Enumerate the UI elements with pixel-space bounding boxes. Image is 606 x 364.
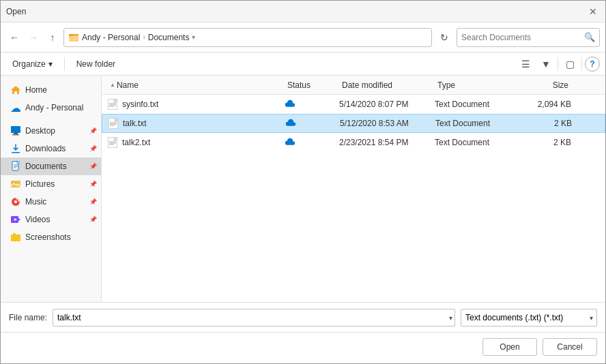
file-size-cell: 2 KB xyxy=(517,138,571,147)
pictures-icon xyxy=(10,179,21,189)
table-row[interactable]: talk2.txt 2/23/2021 8:54 PM Text Documen… xyxy=(102,133,605,152)
breadcrumb-chevron1: › xyxy=(143,33,145,41)
sidebar-item-screenshots[interactable]: Screenshots xyxy=(1,228,101,246)
new-folder-button[interactable]: New folder xyxy=(70,57,121,72)
file-status-cell xyxy=(285,137,339,148)
col-header-type[interactable]: Type xyxy=(435,76,517,94)
sidebar-item-pictures[interactable]: Pictures 📌 xyxy=(1,175,101,193)
file-name-cell: sysinfo.txt xyxy=(107,99,285,110)
sidebar-item-downloads[interactable]: Downloads 📌 xyxy=(1,140,101,157)
sidebar-item-documents[interactable]: Documents 📌 xyxy=(1,157,101,175)
sidebar-item-videos[interactable]: Videos 📌 xyxy=(1,211,101,228)
home-icon xyxy=(10,85,21,95)
filetype-select[interactable]: Text documents (.txt) (*.txt)All Files (… xyxy=(461,309,597,327)
file-rows: sysinfo.txt 5/14/2020 8:07 PM Text Docum… xyxy=(102,95,605,152)
cloud-sync-icon xyxy=(285,118,296,129)
cloud-sync-icon xyxy=(285,137,295,148)
desktop-icon xyxy=(10,125,21,136)
sidebar-item-andy-personal[interactable]: ☁ Andy - Personal xyxy=(1,99,101,117)
file-name: talk2.txt xyxy=(122,138,150,147)
svg-rect-20 xyxy=(11,234,20,241)
filename-dropdown-arrow[interactable]: ▾ xyxy=(449,314,452,321)
col-header-size[interactable]: Size xyxy=(517,76,571,94)
table-row[interactable]: talk.txt 5/12/2020 8:53 AM Text Document… xyxy=(102,114,605,133)
open-button[interactable]: Open xyxy=(482,338,537,356)
pin-icon-documents: 📌 xyxy=(89,163,97,170)
file-name: talk.txt xyxy=(123,119,147,128)
svg-rect-9 xyxy=(17,162,19,164)
file-status-cell xyxy=(285,99,339,110)
file-type-cell: Text Document xyxy=(435,100,517,109)
svg-rect-13 xyxy=(11,181,20,187)
file-name-cell: talk2.txt xyxy=(107,137,285,148)
pin-icon-pictures: 📌 xyxy=(89,181,97,187)
thumbnail-view-button[interactable]: ▢ xyxy=(561,55,579,73)
svg-point-16 xyxy=(14,200,17,203)
downloads-icon xyxy=(10,143,21,154)
list-view-button[interactable]: ☰ xyxy=(517,55,534,73)
close-button[interactable]: ✕ xyxy=(586,5,600,18)
music-icon xyxy=(10,196,21,207)
organize-button[interactable]: Organize ▾ xyxy=(6,57,59,72)
file-type-cell: Text Document xyxy=(435,119,517,128)
col-sort-indicator: ▲ xyxy=(110,82,115,88)
thumbnail-icon: ▢ xyxy=(566,59,575,70)
file-list-header: ▲ Name Status Date modified Type Size xyxy=(102,76,605,95)
toolbar-right: ☰ ▼ ▢ ? xyxy=(517,55,600,73)
file-icon xyxy=(108,118,119,129)
titlebar: Open ✕ xyxy=(1,1,605,22)
file-list-container: ▲ Name Status Date modified Type Size xyxy=(102,76,605,302)
file-date-cell: 2/23/2021 8:54 PM xyxy=(339,138,435,147)
sidebar-item-music[interactable]: Music 📌 xyxy=(1,193,101,211)
videos-icon xyxy=(10,214,21,225)
content-area: Home ☁ Andy - Personal Desktop 📌 xyxy=(1,76,605,302)
toolbar-separator3 xyxy=(581,57,582,71)
col-header-name[interactable]: ▲ Name xyxy=(107,76,285,94)
svg-rect-5 xyxy=(14,133,18,134)
file-status-cell xyxy=(285,118,340,129)
filename-input-wrap: ▾ xyxy=(53,309,455,327)
address-path[interactable]: Andy - Personal › Documents ▾ xyxy=(63,28,432,47)
new-folder-label: New folder xyxy=(76,59,115,69)
view-options-button[interactable]: ▼ xyxy=(537,55,555,73)
table-row[interactable]: sysinfo.txt 5/14/2020 8:07 PM Text Docum… xyxy=(102,95,605,114)
breadcrumb-expand[interactable]: ▾ xyxy=(192,33,195,41)
search-box[interactable]: 🔍 xyxy=(457,28,600,47)
col-header-status[interactable]: Status xyxy=(285,76,339,94)
search-input[interactable] xyxy=(461,33,584,42)
svg-rect-7 xyxy=(12,152,20,153)
toolbar-separator2 xyxy=(558,57,558,71)
sidebar-label-pictures: Pictures xyxy=(25,179,55,189)
file-name-cell: talk.txt xyxy=(108,118,285,129)
forward-button[interactable]: → xyxy=(25,29,42,46)
pin-icon-videos: 📌 xyxy=(89,216,97,223)
organize-arrow: ▾ xyxy=(48,59,53,69)
file-size-cell: 2,094 KB xyxy=(517,100,571,109)
file-size-cell: 2 KB xyxy=(517,119,572,128)
sidebar: Home ☁ Andy - Personal Desktop 📌 xyxy=(1,76,102,302)
filename-input[interactable] xyxy=(53,309,455,327)
sidebar-item-home[interactable]: Home xyxy=(1,81,101,99)
help-button[interactable]: ? xyxy=(585,57,600,72)
sidebar-item-desktop[interactable]: Desktop 📌 xyxy=(1,122,101,140)
sidebar-label-andy: Andy - Personal xyxy=(25,103,83,112)
dialog-title: Open xyxy=(6,7,26,16)
col-header-date[interactable]: Date modified xyxy=(339,76,435,94)
cancel-button[interactable]: Cancel xyxy=(543,338,597,356)
svg-rect-6 xyxy=(12,134,19,136)
refresh-button[interactable]: ↻ xyxy=(435,28,454,47)
sidebar-label-screenshots: Screenshots xyxy=(25,232,71,242)
list-view-icon: ☰ xyxy=(521,59,530,70)
svg-rect-28 xyxy=(115,118,118,121)
file-type-cell: Text Document xyxy=(435,138,517,147)
file-date-cell: 5/12/2020 8:53 AM xyxy=(340,119,435,128)
path-icon xyxy=(68,32,79,43)
svg-rect-23 xyxy=(114,99,117,102)
svg-rect-1 xyxy=(69,35,78,42)
svg-rect-33 xyxy=(114,137,117,140)
view-options-icon: ▼ xyxy=(541,59,551,70)
toolbar: Organize ▾ New folder ☰ ▼ ▢ ? xyxy=(1,52,605,76)
up-button[interactable]: ↑ xyxy=(44,29,61,46)
help-icon: ? xyxy=(590,59,594,69)
back-button[interactable]: ← xyxy=(6,29,23,46)
